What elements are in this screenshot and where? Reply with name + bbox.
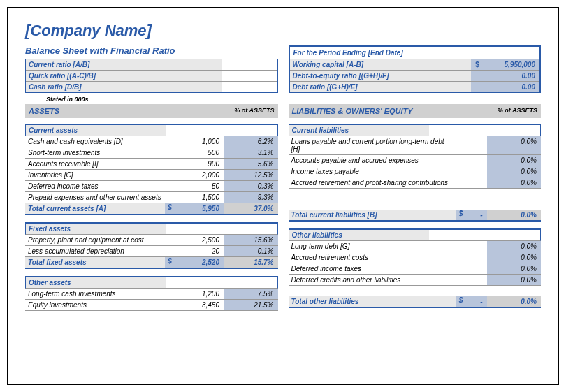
group-title: Current assets <box>26 125 166 136</box>
top-left: Balance Sheet with Financial Ratio Curre… <box>25 45 278 104</box>
line-item: Accounts payable and accrued expenses$0.… <box>289 155 542 166</box>
top-section: Balance Sheet with Financial Ratio Curre… <box>25 45 541 104</box>
line-pct: 12.5% <box>224 170 278 180</box>
line-label: Inventories [C] <box>25 170 165 180</box>
metric-value: 0.00 <box>484 71 539 81</box>
currency-symbol: $ <box>471 59 484 70</box>
currency-symbol: $ <box>165 257 175 268</box>
line-label: Deferred income taxes <box>289 263 456 274</box>
line-pct: 21.5% <box>224 300 278 310</box>
line-label: Accrued retirement and profit-sharing co… <box>289 177 456 188</box>
line-item: Equity investments$3,45021.5% <box>25 300 278 311</box>
total-pct: 0.0% <box>487 296 542 307</box>
total-value: - <box>466 296 487 307</box>
period-title: For the Period Ending [End Date] <box>290 47 540 59</box>
line-label: Loans payable and current portion long-t… <box>289 136 456 154</box>
line-item: Long-term debt [G]$0.0% <box>289 241 542 252</box>
ratio-row: Quick ratio [(A-C)/B] <box>26 71 277 82</box>
metric-label: Debt ratio [(G+H)/E] <box>290 82 472 92</box>
line-value: 2,000 <box>175 170 224 180</box>
line-item: Inventories [C]$2,00012.5% <box>25 170 278 181</box>
line-item: Prepaid expenses and other current asset… <box>25 192 278 203</box>
currency-symbol <box>471 71 484 81</box>
line-pct: 0.0% <box>487 166 542 177</box>
section-headers: ASSETS% of ASSETS LIABILITIES & OWNERS' … <box>25 104 541 118</box>
line-item: Income taxes payable$0.0% <box>289 166 542 177</box>
line-item: Deferred credits and other liabilities$0… <box>289 275 542 286</box>
group-header: Other liabilities <box>289 228 542 241</box>
line-label: Accrued retirement costs <box>289 252 456 263</box>
ratio-value <box>222 71 277 81</box>
line-item: Accounts receivable [I]$9005.6% <box>25 159 278 170</box>
balance-sheet-page: [Company Name] Balance Sheet with Financ… <box>7 7 559 385</box>
line-value: 900 <box>175 159 224 169</box>
group-title: Fixed assets <box>26 224 166 234</box>
total-label: Total other liabilities <box>289 296 456 307</box>
period-box: For the Period Ending [End Date] Working… <box>289 45 542 93</box>
other-assets-group: Other assets Long-term cash investments$… <box>25 276 278 311</box>
line-pct: 3.1% <box>224 147 278 158</box>
group-header: Fixed assets <box>25 222 278 235</box>
pct-header: % of ASSETS <box>485 104 541 118</box>
total-label: Total current assets [A] <box>25 203 165 214</box>
sheet-title: Balance Sheet with Financial Ratio <box>25 45 278 56</box>
metric-label: Working capital [A-B] <box>290 59 472 70</box>
line-value: 3,450 <box>175 300 224 310</box>
line-pct: 0.0% <box>487 263 542 274</box>
liabilities-header: LIABILITIES & OWNERS' EQUITY <box>289 104 486 118</box>
group-title: Current liabilities <box>289 125 429 136</box>
total-value: - <box>466 210 487 220</box>
line-value <box>466 177 487 188</box>
line-value: 2,500 <box>175 235 224 245</box>
other-liabilities-group: Other liabilities Long-term debt [G]$0.0… <box>289 228 542 308</box>
group-header: Current liabilities <box>289 124 542 136</box>
ratio-row: Cash ratio [D/B] <box>26 82 277 92</box>
line-value <box>466 263 487 274</box>
line-label: Prepaid expenses and other current asset… <box>25 192 165 203</box>
line-item: Short-term investments$5003.1% <box>25 147 278 159</box>
line-pct: 0.0% <box>487 136 542 154</box>
total-pct: 0.0% <box>487 210 542 220</box>
total-value: 2,520 <box>175 257 224 268</box>
line-item: Accrued retirement and profit-sharing co… <box>289 177 542 189</box>
line-pct: 15.6% <box>224 235 278 245</box>
total-row: Total current liabilities [B]$-0.0% <box>289 210 542 222</box>
line-label: Short-term investments <box>25 147 165 158</box>
assets-header: ASSETS <box>25 104 222 118</box>
total-pct: 37.0% <box>224 203 278 214</box>
line-pct: 0.0% <box>487 177 542 188</box>
line-item: Deferred income taxes$0.0% <box>289 263 542 275</box>
group-header: Current assets <box>25 124 278 136</box>
stated-in-label: Stated in 000s <box>25 93 278 104</box>
fixed-assets-group: Fixed assets Property, plant and equipme… <box>25 222 278 269</box>
line-label: Property, plant and equipment at cost <box>25 235 165 245</box>
total-label: Total fixed assets <box>25 257 165 268</box>
line-label: Cash and cash equivalents [D] <box>25 136 165 147</box>
line-value <box>466 155 487 166</box>
line-value: 1,500 <box>175 192 224 203</box>
line-item: Loans payable and current portion long-t… <box>289 136 542 155</box>
metric-label: Debt-to-equity ratio [(G+H)/F] <box>290 71 472 81</box>
currency-symbol: $ <box>165 203 175 214</box>
group-header: Other assets <box>25 276 278 289</box>
line-label: Long-term cash investments <box>25 289 165 299</box>
line-item: Cash and cash equivalents [D]$1,0006.2% <box>25 136 278 147</box>
assets-header-bar: ASSETS% of ASSETS <box>25 104 278 118</box>
line-pct: 9.3% <box>224 192 278 203</box>
line-value: 1,200 <box>175 289 224 299</box>
line-pct: 0.3% <box>224 181 278 191</box>
ratio-label: Cash ratio [D/B] <box>26 82 222 92</box>
line-item: Long-term cash investments$1,2007.5% <box>25 289 278 300</box>
line-item: Less accumulated depreciation$200.1% <box>25 246 278 257</box>
line-value <box>466 252 487 263</box>
currency-symbol: $ <box>456 296 466 307</box>
line-value: 20 <box>175 246 224 256</box>
ratio-label: Current ratio [A/B] <box>26 59 222 70</box>
metric-value: 5,950,000 <box>484 59 539 70</box>
line-value: 500 <box>175 147 224 158</box>
line-pct: 0.0% <box>487 241 542 252</box>
total-row: Total other liabilities$-0.0% <box>289 296 542 308</box>
currency-symbol <box>471 82 484 92</box>
ratio-value <box>222 82 277 92</box>
group-title: Other liabilities <box>289 230 429 240</box>
